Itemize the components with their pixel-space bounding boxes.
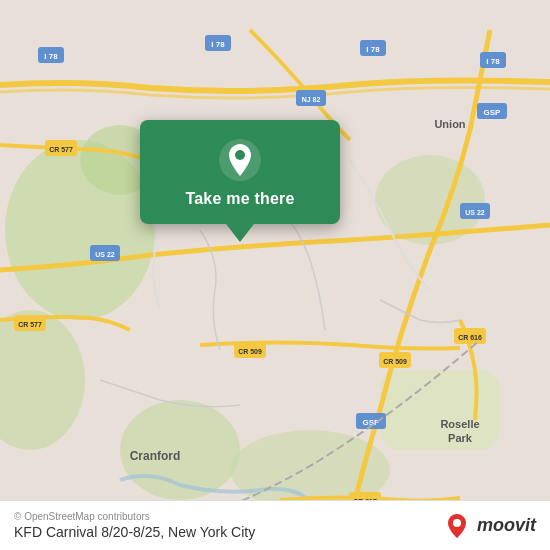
svg-text:CR 616: CR 616 <box>458 334 482 341</box>
svg-text:I 78: I 78 <box>211 40 225 49</box>
popup-card: Take me there <box>140 120 340 224</box>
svg-text:Roselle: Roselle <box>440 418 479 430</box>
svg-text:NJ 82: NJ 82 <box>302 96 321 103</box>
map-container: I 78 I 78 I 78 I 78 NJ 82 CR 577 CR 577 … <box>0 0 550 550</box>
bottom-bar: © OpenStreetMap contributors KFD Carniva… <box>0 500 550 550</box>
take-me-there-button[interactable]: Take me there <box>185 190 294 208</box>
svg-text:CR 509: CR 509 <box>383 358 407 365</box>
svg-text:Park: Park <box>448 432 473 444</box>
moovit-pin-icon <box>443 512 471 540</box>
svg-point-44 <box>453 519 461 527</box>
svg-text:CR 577: CR 577 <box>18 321 42 328</box>
svg-rect-7 <box>380 370 500 450</box>
map-svg: I 78 I 78 I 78 I 78 NJ 82 CR 577 CR 577 … <box>0 0 550 550</box>
svg-text:I 78: I 78 <box>44 52 58 61</box>
svg-text:I 78: I 78 <box>366 45 380 54</box>
svg-text:US 22: US 22 <box>465 209 485 216</box>
svg-text:I 78: I 78 <box>486 57 500 66</box>
svg-text:Union: Union <box>434 118 465 130</box>
location-pin-icon <box>218 138 262 182</box>
moovit-logo-text: moovit <box>477 515 536 536</box>
attribution-text: © OpenStreetMap contributors <box>14 511 255 522</box>
event-title: KFD Carnival 8/20-8/25, New York City <box>14 524 255 540</box>
svg-text:CR 577: CR 577 <box>49 146 73 153</box>
bottom-left: © OpenStreetMap contributors KFD Carniva… <box>14 511 255 540</box>
svg-point-43 <box>235 150 245 160</box>
svg-text:CR 509: CR 509 <box>238 348 262 355</box>
svg-text:US 22: US 22 <box>95 251 115 258</box>
svg-text:Cranford: Cranford <box>130 449 181 463</box>
svg-text:GSP: GSP <box>484 108 502 117</box>
moovit-logo: moovit <box>443 512 536 540</box>
